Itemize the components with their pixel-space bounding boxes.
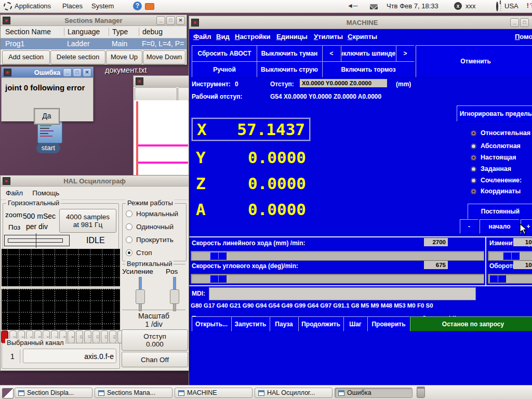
dro-axis-y[interactable]: Y 0.0000 [192,146,310,169]
jog-continuous-button[interactable]: Постоянный [468,204,532,219]
offset-button[interactable]: Отступ 0.000 [122,329,188,351]
taskbar-item-error[interactable]: Ошибка [335,388,413,398]
open-button[interactable]: Открыть... [192,316,231,331]
help-launcher-icon[interactable]: ? [133,2,142,10]
menu-system[interactable]: System [91,2,114,10]
linear-jog-slider[interactable] [191,251,484,261]
channel-button-10[interactable]: 10 [76,330,83,343]
volume-icon[interactable]: ◄--- [347,2,357,9]
channel-button-9[interactable]: 9 [68,330,75,343]
taskbar-item-sections-manager[interactable]: Sections Mana... [95,388,172,398]
channel-button-11[interactable]: 11 [84,330,91,343]
channel-button-13[interactable]: 13 [101,330,108,343]
radio-stop[interactable]: Стоп [126,249,152,257]
minimize-button[interactable]: _ [510,18,519,27]
stop-on-request-button[interactable]: Останов по запросу [410,316,532,331]
close-button[interactable]: ✕ [176,16,185,25]
resume-button[interactable]: Продолжить [298,316,343,331]
cancel-button[interactable]: Отменить [416,45,532,77]
folder-launcher-icon[interactable] [145,3,154,10]
radio-world[interactable]: Координаты [471,188,521,195]
section-display-tab-2[interactable] [178,87,190,101]
channel-button-12[interactable]: 12 [92,330,100,343]
radio-joint[interactable]: Сочленение: [471,177,522,184]
radio-normal[interactable]: Нормальный [126,210,178,218]
clock[interactable]: Чтв Фев 7, 18:33 [387,2,438,10]
verify-button[interactable]: Проверить [367,316,410,331]
hal-scope-window[interactable]: HAL Осциллограф Файл Помощь Горизонтальн… [0,175,189,371]
error-dialog-titlebar[interactable]: Ошибка _ □ ✕ [2,67,93,78]
add-section-button[interactable]: Add section [2,50,50,64]
estop-reset-button[interactable]: Сбросить АВОСТ [192,45,257,62]
step-button[interactable]: Шаг [343,316,367,331]
mode-manual-button[interactable]: Ручной [192,61,257,77]
home-button[interactable]: начало [480,219,520,234]
menu-settings[interactable]: Настройки [235,33,271,41]
radio-actual[interactable]: Настоящая [471,154,516,161]
radio-commanded[interactable]: Заданная [471,165,511,172]
power-icon[interactable] [496,2,498,11]
taskbar-item-hal-scope[interactable]: HAL Осциллог... [255,388,332,398]
menu-file[interactable]: Файл [193,33,211,41]
radio-relative[interactable]: Относительная [471,129,530,137]
maximize-button[interactable]: □ [166,16,175,25]
spindle-slower-button[interactable]: < [322,45,341,62]
mist-button[interactable]: Выключить туман [257,45,322,62]
mdi-input[interactable] [209,287,476,300]
channel-source-button[interactable]: axis.0.f-e [23,349,116,363]
column-type[interactable]: Type [109,28,128,36]
machine-window[interactable]: MACHINE _ □ Файл Вид Настройки Единицы У… [189,16,532,385]
run-button[interactable]: Запустить [231,316,270,331]
trash-icon[interactable] [417,388,425,398]
radio-single[interactable]: Одиночный [126,223,174,231]
dro-axis-z[interactable]: Z 0.0000 [192,172,310,195]
keyboard-layout-indicator[interactable]: USA [504,2,518,10]
section-display-tab-1[interactable] [135,87,177,101]
close-button[interactable]: ✕ [83,68,91,77]
jog-minus-button[interactable]: - [460,219,478,234]
distro-menu-icon[interactable] [4,2,12,10]
firefox-launcher-icon[interactable] [122,2,130,10]
show-desktop-button[interactable] [2,388,14,398]
menu-scripts[interactable]: Скрипты [348,33,377,41]
maximize-button[interactable]: □ [73,68,82,77]
brake-button[interactable]: Включить тормоз [322,61,415,77]
radio-absolute[interactable]: Абсолютная [471,142,521,150]
column-section-name[interactable]: Section Name [5,28,51,36]
channel-button-14[interactable]: 14 [109,330,116,343]
menu-units[interactable]: Единицы [276,33,308,41]
desktop-icon-document-label[interactable]: документ.txt [105,66,147,74]
position-slider[interactable] [170,277,178,310]
menu-help[interactable]: Помощь [32,189,59,197]
angular-jog-slider[interactable] [191,274,484,284]
samples-button[interactable]: 4000 samples at 981 Гц [59,209,116,233]
error-ok-button[interactable]: Да [34,108,60,125]
feed-override-slider[interactable] [488,251,532,261]
hal-scope-titlebar[interactable]: HAL Осциллограф [1,176,189,187]
mail-icon[interactable] [370,4,378,9]
menu-utilities[interactable]: Утилиты [314,33,343,41]
pause-button[interactable]: Пауза [270,316,298,331]
minimize-button[interactable]: _ [63,68,72,77]
minimize-button[interactable]: _ [156,16,165,25]
menu-places[interactable]: Places [62,2,83,10]
column-debug[interactable]: debug [139,28,163,36]
flood-button[interactable]: Выключить струю [257,61,322,77]
spindle-button[interactable]: Выключить шпиндель [341,45,396,62]
sections-manager-window[interactable]: Sections Manager _ □ ✕ Section Name Lang… [0,15,187,65]
gain-slider[interactable] [136,277,144,310]
error-dialog[interactable]: Ошибка _ □ ✕ joint 0 following error Да [1,66,94,122]
section-display-window[interactable] [133,75,189,176]
taskbar-item-section-display[interactable]: Section Displa... [15,388,92,398]
menu-file[interactable]: Файл [6,189,23,197]
delete-section-button[interactable]: Delete section [50,50,105,64]
menu-help[interactable]: Помощь [515,33,532,41]
radio-roll[interactable]: Прокрутить [126,236,174,244]
user-name[interactable]: xxx [466,2,476,10]
spindle-faster-button[interactable]: > [396,45,415,62]
move-down-button[interactable]: Move Down [143,50,185,64]
section-display-titlebar[interactable] [134,76,189,87]
column-language[interactable]: Language [64,28,100,36]
chan-off-button[interactable]: Chan Off [122,352,188,367]
machine-titlebar[interactable]: MACHINE _ □ [189,16,532,29]
